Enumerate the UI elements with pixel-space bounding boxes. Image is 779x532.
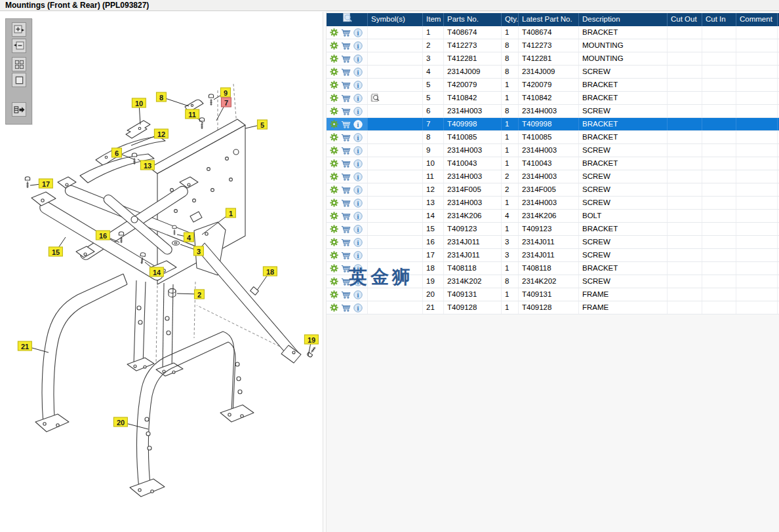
- configure-gear-icon[interactable]: [329, 41, 339, 50]
- detail-view-icon[interactable]: [370, 93, 380, 103]
- part-info-icon[interactable]: i: [353, 132, 363, 142]
- part-info-icon[interactable]: i: [353, 93, 363, 103]
- callout-label-16[interactable]: 16: [96, 231, 110, 240]
- part-info-icon[interactable]: i: [353, 41, 363, 50]
- callout-label-19[interactable]: 19: [304, 335, 319, 345]
- table-row[interactable]: i122314F00522314F005SCREW: [327, 183, 779, 197]
- table-row[interactable]: i3T4122818T412281MOUNTING: [327, 52, 779, 66]
- configure-gear-icon[interactable]: [329, 172, 339, 181]
- add-to-cart-icon[interactable]: [341, 276, 351, 286]
- column-header-comment[interactable]: Comment: [736, 13, 778, 26]
- zoom-out-button[interactable]: [12, 39, 26, 53]
- table-row[interactable]: i112314H00322314H003SCREW: [327, 170, 779, 183]
- part-info-icon[interactable]: i: [353, 224, 363, 234]
- callout-label-20[interactable]: 20: [113, 417, 128, 427]
- add-to-cart-icon[interactable]: [341, 80, 351, 90]
- part-info-icon[interactable]: i: [353, 211, 363, 221]
- callout-label-9[interactable]: 9: [220, 88, 231, 98]
- callout-label-6[interactable]: 6: [111, 148, 122, 158]
- add-to-cart-icon[interactable]: [341, 290, 351, 299]
- table-row[interactable]: i192314K20282314K202SCREW: [327, 275, 779, 288]
- add-to-cart-icon[interactable]: [341, 145, 351, 155]
- part-info-icon[interactable]: i: [353, 237, 363, 247]
- part-info-icon[interactable]: i: [353, 80, 363, 90]
- configure-gear-icon[interactable]: [329, 237, 339, 247]
- table-row[interactable]: i7T4099981T409998BRACKET: [327, 118, 779, 131]
- table-row[interactable]: i8T4100851T410085BRACKET: [327, 131, 779, 144]
- configure-gear-icon[interactable]: [329, 211, 339, 221]
- column-header-qty[interactable]: Qty.: [502, 13, 519, 26]
- add-to-cart-icon[interactable]: [341, 211, 351, 221]
- add-to-cart-icon[interactable]: [341, 237, 351, 247]
- callout-label-3[interactable]: 3: [193, 246, 204, 256]
- add-to-cart-icon[interactable]: [341, 250, 351, 260]
- add-to-cart-icon[interactable]: [341, 119, 351, 129]
- callout-label-7[interactable]: 7: [221, 98, 231, 107]
- part-info-icon[interactable]: i: [353, 263, 363, 273]
- configure-gear-icon[interactable]: [329, 93, 339, 103]
- callout-label-14[interactable]: 14: [150, 267, 164, 277]
- part-info-icon[interactable]: i: [353, 54, 363, 64]
- part-info-icon[interactable]: i: [353, 28, 363, 37]
- configure-gear-icon[interactable]: [329, 290, 339, 299]
- column-header-parts_no[interactable]: Parts No.: [444, 13, 502, 26]
- configure-gear-icon[interactable]: [329, 198, 339, 208]
- callout-label-2[interactable]: 2: [194, 290, 205, 299]
- column-header-item[interactable]: Item: [423, 13, 444, 26]
- table-row[interactable]: i172314J01132314J011SCREW: [327, 249, 779, 262]
- table-row[interactable]: i62314H00382314H003SCREW: [327, 105, 779, 118]
- callout-label-4[interactable]: 4: [184, 233, 194, 242]
- part-info-icon[interactable]: i: [353, 303, 363, 313]
- callout-label-18[interactable]: 18: [263, 267, 277, 276]
- table-row[interactable]: i20T4091311T409131FRAME: [327, 288, 779, 301]
- add-to-cart-icon[interactable]: [341, 172, 351, 181]
- add-to-cart-icon[interactable]: [341, 54, 351, 64]
- part-info-icon[interactable]: i: [353, 159, 363, 168]
- add-to-cart-icon[interactable]: [341, 41, 351, 50]
- tile-view-button[interactable]: [12, 57, 26, 71]
- part-info-icon[interactable]: i: [353, 67, 363, 77]
- configure-gear-icon[interactable]: [329, 263, 339, 273]
- add-to-cart-icon[interactable]: [341, 185, 351, 195]
- configure-gear-icon[interactable]: [329, 54, 339, 64]
- part-info-icon[interactable]: i: [353, 198, 363, 208]
- table-row[interactable]: i21T4091281T409128FRAME: [327, 301, 779, 314]
- fit-view-button[interactable]: [12, 73, 26, 87]
- table-row[interactable]: i15T4091231T409123BRACKET: [327, 223, 779, 236]
- callout-label-15[interactable]: 15: [49, 247, 63, 257]
- column-header-actions[interactable]: [327, 13, 368, 26]
- add-to-cart-icon[interactable]: [341, 132, 351, 142]
- configure-gear-icon[interactable]: [329, 119, 339, 129]
- part-info-icon[interactable]: i: [353, 276, 363, 286]
- configure-gear-icon[interactable]: [329, 28, 339, 37]
- table-row[interactable]: i5T4200791T420079BRACKET: [327, 79, 779, 92]
- column-header-symbols[interactable]: Symbol(s): [368, 13, 423, 26]
- configure-gear-icon[interactable]: [329, 80, 339, 90]
- configure-gear-icon[interactable]: [329, 303, 339, 313]
- part-info-icon[interactable]: i: [353, 172, 363, 181]
- add-to-cart-icon[interactable]: [341, 303, 351, 313]
- callout-label-17[interactable]: 17: [39, 179, 53, 189]
- part-info-icon[interactable]: i: [353, 119, 363, 129]
- callout-label-10[interactable]: 10: [132, 98, 146, 108]
- part-info-icon[interactable]: i: [353, 185, 363, 195]
- callout-label-12[interactable]: 12: [154, 129, 169, 139]
- add-to-cart-icon[interactable]: [341, 93, 351, 103]
- part-info-icon[interactable]: i: [353, 145, 363, 155]
- part-info-icon[interactable]: i: [353, 106, 363, 116]
- callout-label-21[interactable]: 21: [18, 341, 32, 351]
- table-row[interactable]: i1T4086741T408674BRACKET: [327, 26, 779, 39]
- column-header-latest_part_no[interactable]: Latest Part No.: [519, 13, 579, 26]
- callout-label-8[interactable]: 8: [156, 92, 167, 102]
- add-to-cart-icon[interactable]: [341, 159, 351, 168]
- zoom-in-button[interactable]: [12, 22, 26, 37]
- configure-gear-icon[interactable]: [329, 132, 339, 142]
- part-info-icon[interactable]: i: [353, 250, 363, 260]
- part-info-icon[interactable]: i: [353, 290, 363, 299]
- configure-gear-icon[interactable]: [329, 224, 339, 234]
- table-row[interactable]: i92314H00312314H003SCREW: [327, 144, 779, 157]
- export-button[interactable]: [12, 102, 26, 117]
- table-row[interactable]: i18T4081181T408118BRACKET: [327, 262, 779, 275]
- add-to-cart-icon[interactable]: [341, 67, 351, 77]
- add-to-cart-icon[interactable]: [341, 224, 351, 234]
